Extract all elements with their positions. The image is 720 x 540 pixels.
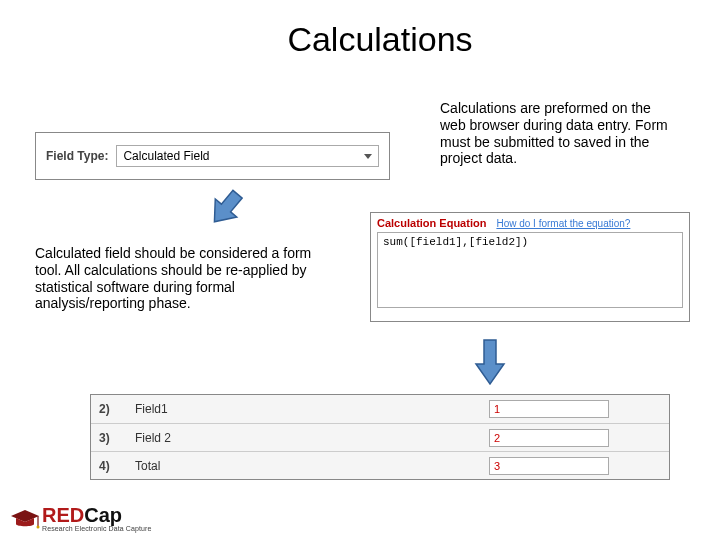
total-input[interactable] <box>489 457 609 475</box>
field-type-selected: Calculated Field <box>123 149 209 163</box>
row-label: Total <box>135 459 489 473</box>
table-row: 2) Field1 <box>91 395 669 423</box>
chevron-down-icon <box>364 154 372 159</box>
note-top-right: Calculations are preformed on the web br… <box>440 100 680 167</box>
field-type-label: Field Type: <box>46 149 108 163</box>
note-left-mid: Calculated field should be considered a … <box>35 245 335 312</box>
calculation-equation-panel: Calculation Equation How do I format the… <box>370 212 690 322</box>
logo-subtitle: Research Electronic Data Capture <box>42 525 151 532</box>
svg-point-1 <box>37 525 40 528</box>
row-label: Field1 <box>135 402 489 416</box>
calc-equation-textarea[interactable] <box>377 232 683 308</box>
arrow-down-icon <box>468 336 512 388</box>
table-row: 4) Total <box>91 451 669 479</box>
field1-input[interactable] <box>489 400 609 418</box>
field-type-panel: Field Type: Calculated Field <box>35 132 390 180</box>
graduation-cap-icon <box>10 508 40 530</box>
table-row: 3) Field 2 <box>91 423 669 451</box>
page-title: Calculations <box>0 20 720 59</box>
redcap-logo: REDCap Research Electronic Data Capture <box>10 505 151 532</box>
field-type-select[interactable]: Calculated Field <box>116 145 379 167</box>
fields-table: 2) Field1 3) Field 2 4) Total <box>90 394 670 480</box>
calc-equation-label: Calculation Equation <box>377 217 486 229</box>
row-number: 3) <box>91 431 135 445</box>
arrow-icon <box>204 186 248 230</box>
calc-equation-hint-link[interactable]: How do I format the equation? <box>496 218 630 229</box>
row-label: Field 2 <box>135 431 489 445</box>
logo-wordmark: REDCap <box>42 505 151 525</box>
field2-input[interactable] <box>489 429 609 447</box>
row-number: 4) <box>91 459 135 473</box>
row-number: 2) <box>91 402 135 416</box>
